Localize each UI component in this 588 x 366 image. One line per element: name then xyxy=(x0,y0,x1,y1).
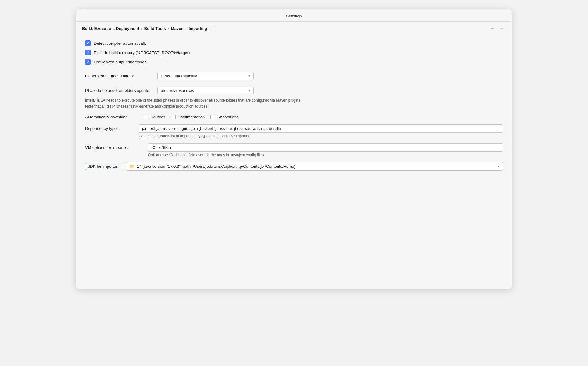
sources-checkbox-group: Sources xyxy=(144,115,165,119)
exclude-build-checkmark: ✓ xyxy=(86,51,90,54)
use-maven-output-checkmark: ✓ xyxy=(86,60,90,64)
generated-sources-row: Generated sources folders: Detect automa… xyxy=(85,72,503,80)
documentation-checkbox-group: Documentation xyxy=(171,115,205,119)
settings-dialog: Settings Build, Execution, Deployment › … xyxy=(76,9,512,289)
detect-compiler-row: ✓ Detect compiler automatically xyxy=(85,39,503,48)
phase-value: process-resources xyxy=(161,88,194,93)
nav-back-button[interactable]: ← xyxy=(489,25,497,32)
detect-compiler-label: Detect compiler automatically xyxy=(94,41,147,46)
jdk-importer-chevron: ▾ xyxy=(498,164,499,168)
auto-download-row: Automatically download: Sources Document… xyxy=(85,115,503,119)
detect-compiler-checkbox[interactable]: ✓ xyxy=(85,40,91,46)
breadcrumb-item-4[interactable]: Importing xyxy=(189,26,207,31)
jdk-icon: 📁 xyxy=(130,164,135,169)
phase-label: Phase to be used for folders update: xyxy=(85,88,154,93)
jdk-importer-label: JDK for importer: xyxy=(85,163,122,170)
dependency-types-input[interactable] xyxy=(139,124,503,133)
breadcrumb-item-3[interactable]: Maven xyxy=(171,26,183,31)
vm-options-row: VM options for importer: xyxy=(85,143,503,152)
use-maven-output-checkbox[interactable]: ✓ xyxy=(85,59,91,65)
generated-sources-label: Generated sources folders: xyxy=(85,74,154,78)
breadcrumb-sep-2: › xyxy=(168,26,169,31)
vm-options-label: VM options for importer: xyxy=(85,145,144,150)
breadcrumb-sep-3: › xyxy=(185,26,186,31)
generated-sources-chevron: ▾ xyxy=(248,74,250,78)
phase-select[interactable]: process-resources ▾ xyxy=(157,87,254,94)
jdk-importer-value: 17 (java version "17.0.3", path: /Users/… xyxy=(137,164,296,169)
exclude-build-checkbox[interactable]: ✓ xyxy=(85,50,91,55)
phase-hint-main: IntelliJ IDEA needs to execute one of th… xyxy=(85,98,301,103)
settings-content: ✓ Detect compiler automatically ✓ Exclud… xyxy=(76,32,512,179)
phase-row: Phase to be used for folders update: pro… xyxy=(85,87,503,94)
annotations-checkbox-group: Annotations xyxy=(210,115,239,119)
use-maven-output-label: Use Maven output directories xyxy=(94,60,146,64)
use-maven-output-row: ✓ Use Maven output directories xyxy=(85,57,503,66)
nav-forward-button[interactable]: → xyxy=(498,25,506,32)
dialog-title: Settings xyxy=(76,9,512,22)
annotations-label: Annotations xyxy=(217,115,239,119)
vm-options-hint: Options specified in this field override… xyxy=(85,153,503,157)
dependency-types-row: Dependency types: xyxy=(85,124,503,133)
breadcrumb-item-1[interactable]: Build, Execution, Deployment xyxy=(82,26,139,31)
detect-compiler-checkmark: ✓ xyxy=(86,41,90,45)
phase-chevron: ▾ xyxy=(248,89,250,93)
dependency-types-label: Dependency types: xyxy=(85,126,135,131)
jdk-importer-row: JDK for importer: 📁17 (java version "17.… xyxy=(85,162,503,171)
generated-sources-select[interactable]: Detect automatically ▾ xyxy=(157,72,254,80)
exclude-build-row: ✓ Exclude build directory (%PROJECT_ROOT… xyxy=(85,48,503,57)
sources-label: Sources xyxy=(150,115,165,119)
generated-sources-value: Detect automatically xyxy=(161,74,197,78)
vm-options-input[interactable] xyxy=(148,143,503,152)
phase-hint-note-rest: that all test-* phases firstly generate … xyxy=(94,104,209,108)
dependency-types-hint: Comma separated list of dependency types… xyxy=(85,134,503,138)
dialog-header: Build, Execution, Deployment › Build Too… xyxy=(76,22,512,32)
jdk-importer-select[interactable]: 📁17 (java version "17.0.3", path: /Users… xyxy=(126,162,503,171)
breadcrumb-sep-1: › xyxy=(141,26,142,31)
breadcrumb-item-2[interactable]: Build Tools xyxy=(144,26,166,31)
nav-arrows: ← → xyxy=(489,25,506,32)
sources-checkbox[interactable] xyxy=(144,115,148,119)
auto-download-label: Automatically download: xyxy=(85,115,138,119)
phase-hint-note-bold: Note xyxy=(85,104,94,108)
phase-hint: IntelliJ IDEA needs to execute one of th… xyxy=(85,98,503,109)
exclude-build-label: Exclude build directory (%PROJECT_ROOT%/… xyxy=(94,50,190,55)
documentation-checkbox[interactable] xyxy=(171,115,176,119)
breadcrumb-copy-icon[interactable] xyxy=(210,26,214,30)
documentation-label: Documentation xyxy=(178,115,205,119)
breadcrumb: Build, Execution, Deployment › Build Too… xyxy=(82,26,214,31)
annotations-checkbox[interactable] xyxy=(210,115,215,119)
